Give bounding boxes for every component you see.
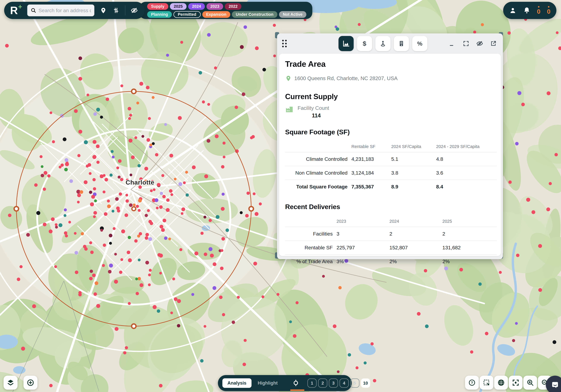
facility-count-value: 114 bbox=[312, 113, 329, 119]
recent-deliveries-heading: Recent Deliveries bbox=[285, 203, 497, 211]
circle-handle-e[interactable] bbox=[249, 207, 253, 211]
row-value: 4.8 bbox=[436, 156, 497, 162]
logo-letter: R bbox=[10, 5, 18, 16]
filter-chipbar: Supply2025202420232022 PlanningPermitted… bbox=[140, 2, 312, 19]
row-value: 5.1 bbox=[391, 156, 436, 162]
active-tool-underline bbox=[290, 390, 304, 391]
row-value: 131,682 bbox=[442, 245, 497, 251]
row-value: 225,797 bbox=[336, 245, 389, 251]
row-value: 3.8 bbox=[391, 170, 436, 176]
panel-drag-handle[interactable] bbox=[282, 40, 287, 47]
app-root: Charlotte R + bbox=[0, 0, 561, 392]
eye-off-icon bbox=[476, 40, 483, 47]
circle-handle-w[interactable] bbox=[14, 207, 19, 211]
chip-2025[interactable]: 2025 bbox=[170, 3, 187, 10]
counter-dot bbox=[538, 6, 539, 8]
radius-button-2[interactable]: 2 bbox=[318, 379, 327, 388]
row-label: Non Climate Controlled bbox=[285, 170, 351, 176]
radius-button-1[interactable]: 1 bbox=[307, 379, 317, 388]
chip-under-construction[interactable]: Under Construction bbox=[232, 11, 277, 18]
filters-button[interactable] bbox=[112, 7, 120, 14]
open-external-button[interactable] bbox=[490, 40, 497, 47]
chip-planning[interactable]: Planning bbox=[147, 11, 172, 18]
search-icon bbox=[31, 7, 36, 13]
zoom-in-button[interactable] bbox=[523, 376, 537, 390]
open-external-icon bbox=[490, 40, 497, 47]
search-box[interactable] bbox=[27, 4, 94, 16]
chip-expansion[interactable]: Expansion bbox=[202, 11, 230, 18]
circle-handle-n[interactable] bbox=[131, 89, 136, 94]
counter-notifications[interactable]: 0 bbox=[537, 6, 540, 15]
mode-highlight-button[interactable]: Highlight bbox=[258, 381, 278, 386]
radius-button-10[interactable]: 10 bbox=[361, 379, 370, 388]
facility-count-row: Facility Count 114 bbox=[285, 105, 497, 119]
recent-deliveries-table: 202320242025Facilities322Rentable SF225,… bbox=[285, 216, 497, 268]
center-focus-button[interactable] bbox=[509, 376, 523, 390]
dollar-icon: $ bbox=[361, 40, 368, 47]
row-value: 152,807 bbox=[389, 245, 442, 251]
counter-value: 0 bbox=[547, 9, 550, 15]
column-header: 2024 SF/Capita bbox=[391, 144, 436, 149]
nav-divider bbox=[125, 5, 125, 15]
row-label: % of Trade Area bbox=[285, 259, 336, 264]
tab-rates[interactable]: $ bbox=[357, 36, 372, 51]
table-row: Total Square Footage7,355,3678.98.4 bbox=[285, 180, 497, 193]
radius-button-5[interactable]: 5 bbox=[350, 379, 359, 388]
map-pin-button[interactable] bbox=[99, 7, 107, 14]
chip-2022[interactable]: 2022 bbox=[225, 3, 241, 10]
row-value: 2% bbox=[389, 259, 442, 264]
center-focus-icon bbox=[512, 379, 519, 386]
row-value: 3 bbox=[336, 231, 389, 237]
marquee-select-icon bbox=[483, 379, 490, 386]
tab-development[interactable] bbox=[394, 36, 409, 51]
chip-2024[interactable]: 2024 bbox=[188, 3, 205, 10]
fullscreen-button[interactable] bbox=[463, 40, 470, 47]
svg-text:$: $ bbox=[363, 40, 366, 47]
layers-button[interactable] bbox=[4, 376, 18, 390]
row-value: 2 bbox=[389, 231, 442, 237]
top-navbar: R + bbox=[4, 2, 145, 19]
tab-demographics[interactable] bbox=[375, 36, 390, 51]
help-button[interactable]: ? bbox=[465, 376, 479, 390]
add-location-button[interactable] bbox=[23, 376, 37, 390]
notifications-bell-icon[interactable] bbox=[523, 7, 530, 14]
chip-permitted[interactable]: Permitted bbox=[173, 11, 201, 18]
basemap-button[interactable] bbox=[494, 376, 508, 390]
row-value: 2 bbox=[442, 231, 497, 237]
marquee-select-button[interactable] bbox=[480, 376, 494, 390]
profile-icon[interactable] bbox=[509, 7, 517, 14]
eye-off-icon bbox=[130, 7, 138, 14]
chip-supply[interactable]: Supply bbox=[147, 3, 168, 10]
search-input[interactable] bbox=[39, 8, 91, 13]
column-header: 2024 - 2029 SF/Capita bbox=[436, 144, 497, 149]
hide-layers-button[interactable] bbox=[130, 7, 138, 14]
chip-not-active[interactable]: Not Active bbox=[279, 11, 306, 18]
radius-button-4[interactable]: 4 bbox=[340, 379, 349, 388]
chip-row-supply-years: Supply2025202420232022 bbox=[147, 3, 306, 10]
row-value: 3.6 bbox=[436, 170, 497, 176]
radius-tool-button[interactable] bbox=[292, 379, 300, 387]
radius-button-3[interactable]: 3 bbox=[329, 379, 338, 388]
counter-dot bbox=[548, 6, 550, 8]
table-row: Facilities322 bbox=[285, 227, 497, 241]
circle-center-handle[interactable] bbox=[132, 207, 136, 211]
tab-supply-chart[interactable] bbox=[338, 36, 354, 51]
address-text: 1600 Queens Rd, Charlotte, NC 28207, USA bbox=[294, 75, 398, 81]
chip-row-status: PlanningPermittedExpansionUnder Construc… bbox=[147, 11, 306, 18]
counter-alerts[interactable]: 0 bbox=[547, 6, 550, 15]
table-row: Rentable SF225,797152,807131,682 bbox=[285, 241, 497, 254]
brand-logo[interactable]: R + bbox=[10, 5, 22, 16]
tab-occupancy[interactable]: % bbox=[412, 36, 427, 51]
radius-circle-icon bbox=[292, 379, 300, 387]
minimize-icon bbox=[449, 40, 456, 47]
sliders-icon bbox=[113, 7, 119, 14]
minimize-button[interactable] bbox=[449, 40, 456, 47]
mode-analysis-button[interactable]: Analysis bbox=[222, 378, 251, 388]
chip-2023[interactable]: 2023 bbox=[206, 3, 223, 10]
table-row: % of Trade Area3%2%2% bbox=[285, 254, 497, 268]
fullscreen-icon bbox=[463, 40, 469, 47]
hide-panel-button[interactable] bbox=[476, 40, 483, 47]
table-row: Non Climate Controlled3,124,1843.83.6 bbox=[285, 166, 497, 180]
circle-handle-s[interactable] bbox=[131, 324, 136, 328]
column-header: 2025 bbox=[442, 219, 497, 224]
